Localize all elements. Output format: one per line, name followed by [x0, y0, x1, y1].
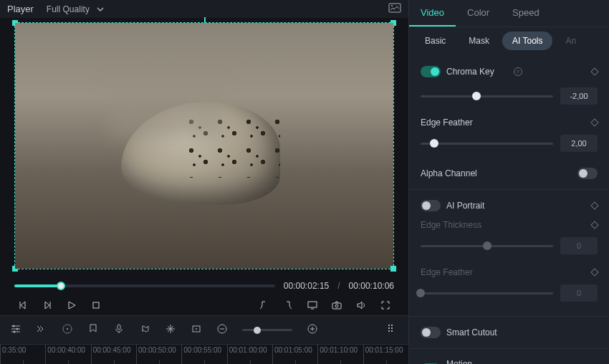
- video-canvas[interactable]: [14, 22, 394, 269]
- keyframe-icon: [590, 268, 598, 276]
- tab-video[interactable]: Video: [409, 0, 456, 27]
- time-divider: /: [337, 281, 340, 291]
- ruler-tick: 00:00:45:00: [91, 345, 136, 364]
- svg-rect-32: [391, 327, 393, 329]
- zoom-slider[interactable]: [242, 329, 292, 331]
- mark-out-button[interactable]: [282, 300, 294, 311]
- tab-speed[interactable]: Speed: [501, 0, 551, 27]
- next-frame-button[interactable]: [42, 300, 53, 311]
- video-frame: [15, 23, 393, 269]
- tab-color[interactable]: Color: [456, 0, 501, 27]
- svg-point-14: [14, 331, 16, 333]
- quality-dropdown[interactable]: Full Quality: [47, 4, 104, 14]
- audio-button[interactable]: [139, 323, 150, 337]
- subtab-an: An: [555, 32, 586, 50]
- prev-frame-button[interactable]: [17, 300, 29, 311]
- chroma-key-label: Chroma Key: [446, 67, 505, 77]
- playback-controls: [14, 300, 394, 311]
- playhead-marker: [204, 17, 206, 23]
- grid-view-button[interactable]: [387, 323, 398, 337]
- image-icon: [388, 3, 401, 13]
- time-total: 00:00:10:06: [349, 281, 394, 291]
- subtab-ai[interactable]: AI Tools: [502, 32, 552, 50]
- ai-portrait-row: AI Portrait: [421, 194, 598, 217]
- crop-button[interactable]: [191, 323, 202, 337]
- speed-icon-button[interactable]: [62, 323, 73, 337]
- info-icon[interactable]: ?: [514, 67, 522, 76]
- ruler-tick: 00:01:10:00: [317, 345, 363, 364]
- properties-panel: VideoColorSpeed BasicMaskAI ToolsAn Chro…: [408, 0, 609, 364]
- volume-button[interactable]: [355, 300, 367, 311]
- ruler-tick: 00:00:50:00: [136, 345, 181, 364]
- zoom-in-button[interactable]: [307, 323, 318, 337]
- edge-thickness-value: 0: [560, 237, 598, 254]
- edge-feather-label: Edge Feather: [421, 115, 598, 130]
- alpha-channel-label: Alpha Channel: [421, 168, 572, 178]
- edge-feather-slider[interactable]: [421, 143, 553, 145]
- edge-feather2-slider: [421, 292, 553, 294]
- svg-point-16: [67, 328, 68, 330]
- svg-rect-4: [93, 302, 99, 308]
- smart-cutout-label: Smart Cutout: [446, 327, 598, 337]
- display-button[interactable]: [307, 300, 318, 311]
- edge-thickness-label: Edge Thickness: [421, 217, 598, 233]
- edge-feather-value[interactable]: 2,00: [560, 135, 598, 152]
- edge-thickness-slider: [421, 245, 553, 247]
- ai-tools-panel: Chroma Key ? -2,00 Edge Feather 2,00 Alp…: [409, 54, 609, 364]
- chroma-key-row: Chroma Key ?: [421, 60, 598, 83]
- edge-feather2-value: 0: [560, 284, 598, 302]
- ruler-tick: 00:01:05:00: [272, 345, 317, 364]
- main-tabs: VideoColorSpeed: [409, 0, 609, 27]
- ai-portrait-toggle[interactable]: [421, 200, 441, 211]
- effects-button[interactable]: [165, 323, 176, 337]
- camera-button[interactable]: [331, 300, 342, 311]
- alpha-channel-row: Alpha Channel: [421, 162, 598, 185]
- expand-button[interactable]: [36, 323, 47, 337]
- svg-rect-30: [391, 325, 393, 326]
- subtab-basic[interactable]: Basic: [415, 32, 456, 50]
- ai-portrait-label: AI Portrait: [446, 201, 514, 211]
- play-button[interactable]: [66, 300, 77, 311]
- stop-button[interactable]: [90, 300, 102, 311]
- scrubber-handle[interactable]: [57, 282, 65, 290]
- timeline-ruler[interactable]: 0:35:0000:00:40:0000:00:45:0000:00:50:00…: [0, 344, 408, 364]
- ruler-tick: 0:35:00: [0, 345, 45, 364]
- fullscreen-button[interactable]: [380, 300, 391, 311]
- adjust-button[interactable]: [10, 323, 21, 337]
- player-label: Player: [7, 4, 34, 14]
- zoom-out-button[interactable]: [216, 323, 228, 337]
- mic-button[interactable]: [113, 323, 125, 337]
- svg-point-8: [335, 305, 338, 307]
- edge-thickness-slider-row: 0: [421, 233, 598, 264]
- svg-rect-29: [388, 325, 390, 326]
- time-current: 00:00:02:15: [284, 281, 329, 291]
- svg-rect-5: [308, 302, 317, 307]
- chroma-key-toggle[interactable]: [421, 66, 441, 77]
- snapshot-button[interactable]: [388, 3, 401, 15]
- keyframe-icon[interactable]: [590, 118, 598, 126]
- smart-cutout-row: Smart Cutout: [421, 321, 598, 344]
- subtab-mask[interactable]: Mask: [459, 32, 499, 50]
- marker-button[interactable]: [87, 323, 99, 337]
- keyframe-icon[interactable]: [590, 67, 598, 75]
- ruler-tick: 00:00:55:00: [181, 345, 226, 364]
- edge-feather2-slider-row: 0: [421, 280, 598, 312]
- edge-feather-slider-row: 2,00: [421, 130, 598, 162]
- scrubber[interactable]: [14, 284, 275, 287]
- svg-rect-7: [332, 303, 341, 309]
- keyframe-icon[interactable]: [590, 201, 598, 209]
- smart-cutout-toggle[interactable]: [421, 327, 441, 338]
- chroma-key-slider[interactable]: [421, 95, 553, 97]
- svg-point-1: [391, 5, 393, 6]
- svg-point-12: [13, 325, 15, 327]
- ruler-tick: 00:01:15:00: [363, 345, 408, 364]
- chroma-key-slider-row: -2,00: [421, 83, 598, 115]
- sub-tabs: BasicMaskAI ToolsAn: [409, 27, 609, 54]
- keyframe-icon: [590, 221, 598, 229]
- chroma-key-value[interactable]: -2,00: [560, 87, 598, 105]
- alpha-channel-toggle[interactable]: [577, 168, 598, 179]
- preview-pane: Player Full Quality 00:00:02:15 /: [0, 0, 408, 364]
- player-header: Player Full Quality: [0, 0, 408, 18]
- scrubber-row: 00:00:02:15 / 00:00:10:06: [14, 281, 394, 291]
- mark-in-button[interactable]: [258, 300, 269, 311]
